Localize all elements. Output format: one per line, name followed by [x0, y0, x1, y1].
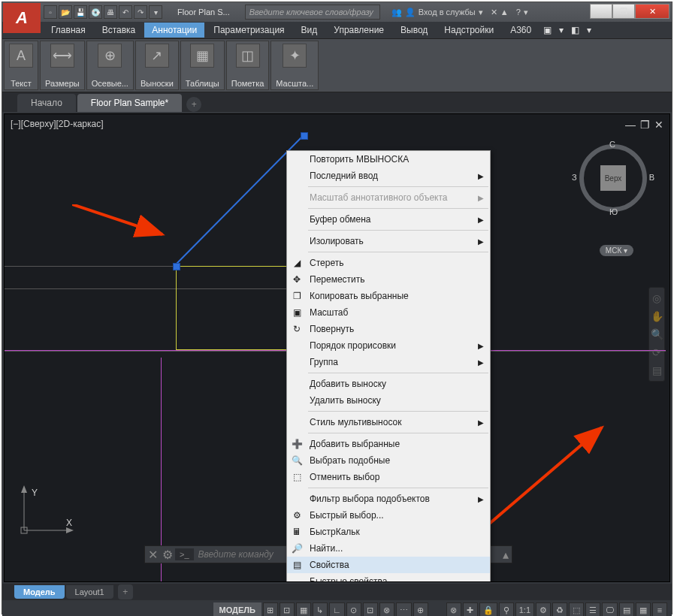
menu-item--[interactable]: 🔎Найти... — [287, 540, 490, 557]
qat-save-icon[interactable]: 💾 — [74, 5, 87, 19]
menu-tab-вставка[interactable]: Вставка — [95, 23, 144, 38]
status-toggle[interactable]: ⊗ — [379, 602, 394, 616]
qat-undo-icon[interactable]: ↶ — [119, 5, 132, 19]
status-toggle[interactable]: ⊙ — [346, 602, 361, 616]
wcs-badge[interactable]: МСК ▾ — [600, 245, 633, 256]
menu-tab-вывод[interactable]: Вывод — [393, 23, 435, 38]
menu-item--[interactable]: ◢Стереть — [287, 255, 490, 271]
cmdline-history-icon[interactable]: ▴ — [500, 548, 512, 562]
viewport-label[interactable]: [−][Сверху][2D-каркас] — [11, 119, 104, 129]
ribbon-panel-[interactable]: ↗Выноски — [135, 41, 179, 90]
status-toggle[interactable]: 1:1 — [515, 602, 534, 616]
qat-open-icon[interactable]: 📂 — [59, 5, 72, 19]
nav-orbit-icon[interactable]: ⟳ — [652, 346, 661, 358]
menu-item--[interactable]: Удалить выноску — [287, 392, 490, 409]
menu-item--[interactable]: Быстрые свойства — [287, 573, 490, 582]
status-toggle[interactable]: ⚙ — [536, 602, 551, 616]
menu-item--[interactable]: Повторить МВЫНОСКА — [287, 151, 490, 168]
menu-item--[interactable]: Стиль мультивыносок▶ — [287, 414, 490, 430]
cmdline-close-icon[interactable]: ✕ — [145, 548, 160, 562]
menu-tab-управление[interactable]: Управление — [326, 23, 391, 38]
minimize-button[interactable]: — — [590, 4, 612, 19]
layout-tab-add[interactable]: + — [118, 584, 133, 599]
menu-item--[interactable]: Добавить выноску — [287, 376, 490, 392]
login-area[interactable]: 👥 👤 Вход в службы ▾ ✕ ▲ ? ▾ — [391, 8, 528, 17]
status-toggle[interactable]: 🖵 — [602, 602, 618, 616]
layout-tab-model[interactable]: Модель — [14, 585, 65, 599]
close-button[interactable]: ✕ — [635, 4, 669, 19]
drawing-canvas[interactable]: [−][Сверху][2D-каркас] — ❐ ✕ Верх С В Ю … — [4, 113, 670, 582]
ribbon-panel-[interactable]: ⊕Осевые... — [86, 41, 134, 90]
menu-item--[interactable]: Буфер обмена▶ — [287, 211, 490, 228]
qat-plot-icon[interactable]: 🖶 — [104, 5, 117, 19]
menu-item--[interactable]: ▣Масштаб — [287, 304, 490, 321]
menu-extra-icon[interactable]: ◧ — [568, 23, 582, 38]
doc-tab-start[interactable]: Начало — [17, 94, 76, 112]
status-toggle[interactable]: ↳ — [313, 602, 328, 616]
qat-new-icon[interactable]: ▫ — [44, 5, 57, 19]
status-toggle[interactable]: ♻ — [552, 602, 567, 616]
viewport-max-icon[interactable]: ❐ — [640, 119, 650, 131]
menu-tab-параметризация[interactable]: Параметризация — [206, 23, 292, 38]
status-toggle[interactable]: 🔒 — [479, 602, 497, 616]
login-dropdown-icon[interactable]: ▾ — [479, 8, 483, 17]
menu-item--[interactable]: ↻Повернуть — [287, 321, 490, 337]
viewport-min-icon[interactable]: — — [625, 119, 636, 131]
app-logo[interactable]: A — [3, 3, 41, 33]
status-toggle[interactable]: ☰ — [585, 602, 600, 616]
nav-showmotion-icon[interactable]: ▤ — [652, 364, 662, 376]
menu-item--[interactable]: ⚙Быстрый выбор... — [287, 507, 490, 524]
menu-item--[interactable]: Изолировать▶ — [287, 233, 490, 249]
status-toggle[interactable]: ⊕ — [413, 602, 428, 616]
help-dropdown-icon[interactable]: ▾ — [524, 8, 528, 17]
menu-tab-аннотации[interactable]: Аннотации — [144, 23, 204, 38]
status-toggle[interactable]: ⊡ — [280, 602, 295, 616]
menu-tab-главная[interactable]: Главная — [44, 23, 93, 38]
menu-item--[interactable]: Группа▶ — [287, 354, 490, 370]
status-toggle[interactable]: ⬚ — [569, 602, 584, 616]
menu-item--[interactable]: 🔍Выбрать подобные — [287, 452, 490, 469]
ribbon-panel-[interactable]: AТекст — [4, 41, 38, 90]
status-toggle[interactable]: ▤ — [619, 602, 634, 616]
menu-item--[interactable]: ⬚Отменить выбор — [287, 469, 490, 485]
menu-tab-a360[interactable]: A360 — [503, 23, 539, 38]
status-toggle[interactable]: ▦ — [636, 602, 651, 616]
menu-item--[interactable]: ❐Копировать выбранные — [287, 288, 490, 304]
status-toggle[interactable]: ⊡ — [363, 602, 378, 616]
status-toggle[interactable]: ⊞ — [263, 602, 278, 616]
ribbon-panel-[interactable]: ◫Пометка — [226, 41, 270, 90]
menu-item--[interactable]: ➕Добавить выбранные — [287, 436, 490, 452]
status-toggle[interactable]: ⋯ — [396, 602, 412, 616]
status-toggle[interactable]: ⊗ — [446, 602, 461, 616]
nav-zoom-icon[interactable]: 🔍 — [651, 328, 663, 340]
status-toggle[interactable]: ⚲ — [499, 602, 514, 616]
menu-extra-icon[interactable]: ▾ — [556, 23, 567, 38]
help-icon[interactable]: ? — [516, 8, 521, 17]
menu-item--[interactable]: 🖩БыстрКальк — [287, 524, 490, 540]
menu-tab-надстройки[interactable]: Надстройки — [437, 23, 501, 38]
menu-item--[interactable]: Последний ввод▶ — [287, 168, 490, 184]
ribbon-panel-[interactable]: ▦Таблицы — [180, 41, 225, 90]
cmdline-settings-icon[interactable]: ⚙ — [160, 548, 175, 562]
viewcube[interactable]: Верх С В Ю З — [579, 144, 647, 212]
qat-more-icon[interactable]: ▾ — [149, 5, 162, 19]
viewport-close-icon[interactable]: ✕ — [654, 119, 663, 131]
layout-tab-layout1[interactable]: Layout1 — [66, 585, 113, 599]
doc-tab-floorplan[interactable]: Floor Plan Sample* — [77, 94, 182, 112]
maximize-button[interactable]: ❐ — [612, 4, 635, 19]
menu-extra-icon[interactable]: ▾ — [584, 23, 594, 38]
menu-item--[interactable]: Порядок прорисовки▶ — [287, 337, 490, 354]
menu-extra-icon[interactable]: ▣ — [540, 23, 555, 38]
ribbon-panel-[interactable]: ⟷Размеры — [40, 41, 85, 90]
menu-item--[interactable]: ▤Свойства — [287, 557, 490, 573]
status-toggle[interactable]: ∟ — [329, 602, 345, 616]
grip-endpoint[interactable] — [301, 132, 308, 140]
status-toggle[interactable]: ≡ — [652, 602, 667, 616]
status-toggle[interactable]: ▦ — [296, 602, 311, 616]
a-icon[interactable]: ▲ — [500, 8, 509, 17]
exchange-icon[interactable]: ✕ — [491, 8, 497, 17]
viewcube-top-face[interactable]: Верх — [600, 165, 626, 191]
nav-wheel-icon[interactable]: ◎ — [652, 292, 661, 304]
menu-tab-вид[interactable]: Вид — [294, 23, 325, 38]
search-input[interactable]: Введите ключевое слово/фразу — [245, 5, 380, 20]
